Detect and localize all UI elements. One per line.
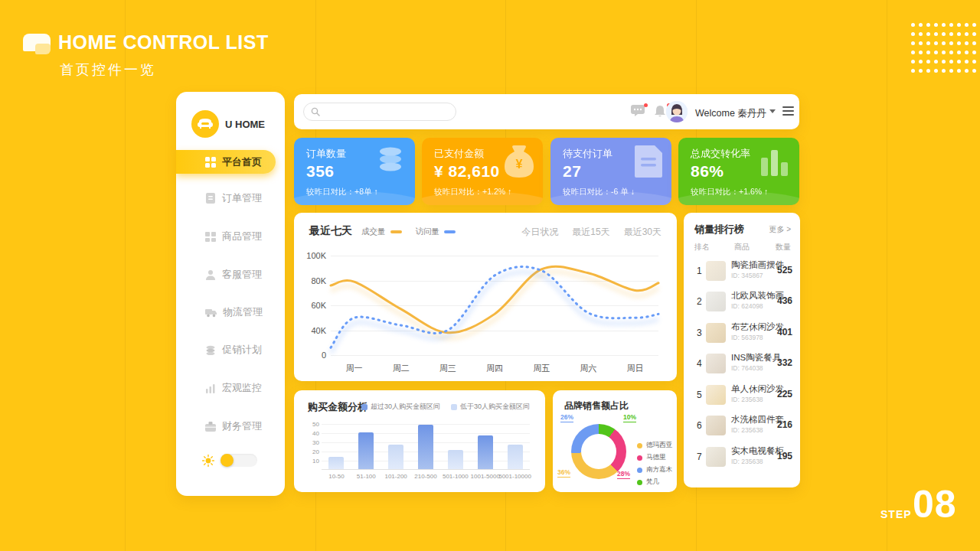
sidebar-item-label: 促销计划 [222,343,262,357]
sidebar-item-products[interactable]: 商品管理 [176,227,285,246]
line-chart-title: 最近七天 [309,224,352,238]
donut-hole [581,434,616,469]
product-id: ID: 345867 [731,272,763,279]
legend-item: 超过30人购买金额区间 [361,402,440,412]
grid-icon [205,157,216,168]
product-thumbnail [706,385,726,405]
pie-chart-title: 品牌销售额占比 [564,399,629,412]
product-name: 单人休闲沙发 [731,383,784,395]
x-tick-label: 1001-5000 [471,473,500,480]
dot-pattern-decoration [911,23,980,73]
avatar-image [666,101,688,122]
x-tick-label: 周一 [346,363,363,374]
bar [328,457,344,469]
product-name: 实木电视餐柜 [731,445,784,457]
sidebar-item-home[interactable]: 平台首页 [176,150,276,174]
slide-background: HOME CONTROL LIST 首页控件一览 U HOME 平台首页 订单管… [0,0,980,551]
bell-icon [654,105,666,118]
ranking-row[interactable]: 7 实木电视餐柜ID: 235638 195 [684,442,800,472]
legend-item: 南方嘉木 [637,464,672,476]
menu-button[interactable] [782,106,794,118]
legend-item: 马德里 [637,452,672,464]
ranking-row[interactable]: 6 水洗棉四件套ID: 235638 216 [684,410,800,441]
user-avatar[interactable] [666,101,688,122]
legend-item: 德玛西亚 [637,439,672,452]
stat-card-paid-amount: 已支付金额 ¥ 82,610 较昨日对比：+1.2% ↑ ¥ [422,138,543,205]
product-thumbnail [706,261,726,281]
sidebar-item-label: 平台首页 [222,155,262,169]
stat-title: 已支付金额 [434,147,484,161]
sidebar-item-logistics[interactable]: 物流管理 [176,302,285,322]
line-chart-x-axis: 周一周二周三周四周五周六周日 [331,363,658,373]
sidebar-item-label: 财务管理 [222,419,262,433]
stat-card-orders: 订单数量 356 较昨日对比：+8单 ↑ [294,138,415,205]
legend-swatch [637,480,642,485]
bar [358,432,374,469]
bar-chart-plot: 5040302010 [322,424,530,470]
svg-text:¥: ¥ [516,158,523,171]
bar [508,445,523,469]
sidebar-item-service[interactable]: 客服管理 [176,265,285,285]
product-name: INS陶瓷餐具 [731,352,781,364]
x-tick-label: 5001-10000 [498,473,531,480]
x-tick-label: 周三 [439,363,456,374]
pie-slice-label: 36% [557,468,570,478]
y-tick-label: 20 [309,448,319,455]
truck-icon [205,308,217,318]
y-tick-label: 40K [302,326,326,335]
chevron-down-icon[interactable] [769,109,776,113]
ranking-row[interactable]: 1 陶瓷插画摆件ID: 345867 525 [684,256,800,286]
product-thumbnail [706,447,726,467]
product-thumbnail [706,354,726,373]
product-id: ID: 235638 [731,458,763,465]
ranking-row[interactable]: 3 布艺休闲沙发ID: 563978 401 [684,318,800,348]
product-name: 布艺休闲沙发 [731,321,784,333]
y-tick-label: 50 [309,421,319,428]
welcome-user-menu[interactable]: Welcome 秦丹丹 [695,107,766,120]
message-icon [631,105,645,116]
product-id: ID: 235638 [731,396,763,403]
sidebar-item-promotions[interactable]: 促销计划 [176,340,285,360]
search-input[interactable] [303,103,456,121]
ranking-more-link[interactable]: 更多 > [769,224,791,235]
stat-title: 订单数量 [306,147,346,161]
pie-chart-card: 品牌销售额占比 26% 10% 28% 36% 德玛西亚 马德里 南方嘉木 梵几 [553,390,677,492]
messages-button[interactable] [631,105,646,120]
sidebar-item-label: 宏观监控 [222,381,262,395]
tab-15days[interactable]: 最近15天 [572,226,609,239]
briefcase-icon [205,422,216,432]
legend-swatch [451,404,457,410]
x-tick-label: 周五 [533,363,550,374]
bar [388,445,403,469]
sidebar-item-finance[interactable]: 财务管理 [176,416,285,436]
x-tick-label: 210-500 [414,473,436,480]
rank-number: 2 [697,296,702,307]
bg-grid-line [887,0,887,551]
sidebar-item-monitoring[interactable]: 宏观监控 [176,378,285,398]
product-qty: 525 [777,265,792,276]
legend-swatch [637,468,642,473]
product-name: 北欧风装饰画 [731,290,784,302]
tab-30days[interactable]: 最近30天 [624,226,662,239]
ranking-row[interactable]: 4 INS陶瓷餐具ID: 764038 332 [684,348,800,379]
ranking-row[interactable]: 5 单人休闲沙发ID: 235638 225 [684,380,800,410]
y-tick-label: 30 [309,439,319,446]
stat-value: 86% [691,162,724,181]
ranking-card: 销量排行榜 更多 > 排名商品数量 1 陶瓷插画摆件ID: 345867 525… [684,213,800,487]
stat-compare: 较昨日对比：+1.6% ↑ [691,187,768,197]
line-chart-svg [331,256,658,355]
money-bag-icon: ¥ [505,145,534,178]
rank-number: 5 [697,390,702,400]
sidebar-item-orders[interactable]: 订单管理 [176,188,285,208]
ranking-title: 销量排行榜 [694,223,744,236]
theme-toggle-switch[interactable] [220,454,257,467]
stat-title: 待支付订单 [563,147,612,161]
stat-value: 27 [563,162,581,181]
legend-item: 低于30人购买金额区间 [451,402,530,412]
uhome-logo [191,110,219,138]
stat-card-conversion: 总成交转化率 86% 较昨日对比：+1.6% ↑ [678,138,799,205]
ranking-row[interactable]: 2 北欧风装饰画ID: 624098 436 [684,286,800,317]
legend-swatch [637,443,642,448]
tab-today[interactable]: 今日状况 [521,226,558,239]
rank-number: 1 [697,266,702,276]
